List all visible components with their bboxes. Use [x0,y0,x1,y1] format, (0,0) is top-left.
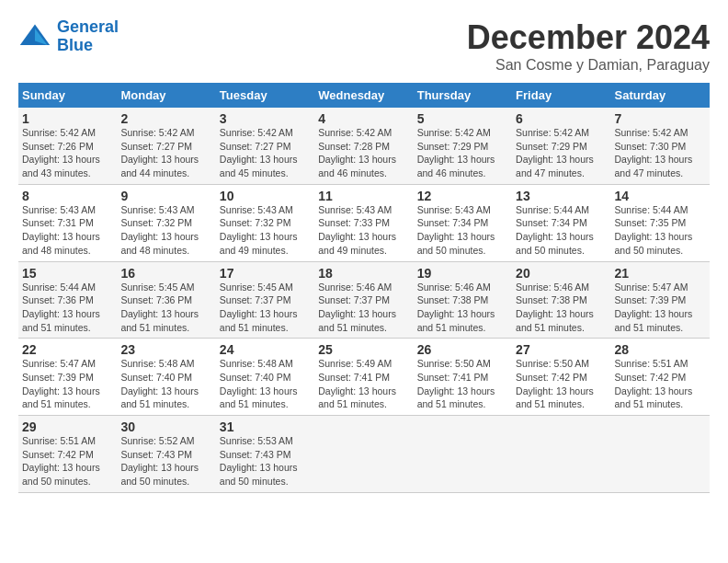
day-info: Sunrise: 5:42 AMSunset: 7:29 PMDaylight:… [516,127,594,178]
day-cell: 10 Sunrise: 5:43 AMSunset: 7:32 PMDaylig… [216,184,314,261]
main-title: December 2024 [467,18,710,57]
day-number: 20 [516,266,607,281]
header-saturday: Saturday [611,83,710,108]
day-info: Sunrise: 5:42 AMSunset: 7:29 PMDaylight:… [417,127,495,178]
header-monday: Monday [117,83,215,108]
day-info: Sunrise: 5:50 AMSunset: 7:41 PMDaylight:… [417,358,495,409]
day-info: Sunrise: 5:43 AMSunset: 7:34 PMDaylight:… [417,204,495,256]
day-number: 28 [615,342,706,357]
day-cell: 26 Sunrise: 5:50 AMSunset: 7:41 PMDaylig… [414,339,512,416]
day-info: Sunrise: 5:46 AMSunset: 7:38 PMDaylight:… [516,282,594,333]
header-wednesday: Wednesday [314,83,413,108]
logo: General Blue [18,18,119,55]
week-row-2: 8 Sunrise: 5:43 AMSunset: 7:31 PMDayligh… [18,184,710,261]
day-cell: 13 Sunrise: 5:44 AMSunset: 7:34 PMDaylig… [512,184,610,261]
day-cell: 20 Sunrise: 5:46 AMSunset: 7:38 PMDaylig… [512,261,610,339]
day-info: Sunrise: 5:47 AMSunset: 7:39 PMDaylight:… [615,282,693,333]
day-number: 5 [417,111,508,126]
day-cell: 9 Sunrise: 5:43 AMSunset: 7:32 PMDayligh… [117,184,215,261]
day-cell: 8 Sunrise: 5:43 AMSunset: 7:31 PMDayligh… [18,184,117,261]
day-info: Sunrise: 5:51 AMSunset: 7:42 PMDaylight:… [22,435,100,487]
day-number: 3 [220,111,311,126]
day-number: 21 [615,266,706,281]
day-number: 12 [417,189,508,203]
logo-general: General [57,17,119,36]
day-cell: 31 Sunrise: 5:53 AMSunset: 7:43 PMDaylig… [216,416,314,493]
day-info: Sunrise: 5:44 AMSunset: 7:34 PMDaylight:… [516,204,594,256]
day-number: 10 [220,189,311,203]
day-number: 19 [417,266,508,281]
day-cell: 7 Sunrise: 5:42 AMSunset: 7:30 PMDayligh… [611,108,710,184]
day-cell: 28 Sunrise: 5:51 AMSunset: 7:42 PMDaylig… [611,339,710,416]
day-cell [512,416,610,493]
day-info: Sunrise: 5:42 AMSunset: 7:28 PMDaylight:… [318,127,396,178]
day-number: 17 [220,266,311,281]
day-cell: 19 Sunrise: 5:46 AMSunset: 7:38 PMDaylig… [414,261,512,339]
subtitle: San Cosme y Damian, Paraguay [467,57,710,74]
day-info: Sunrise: 5:50 AMSunset: 7:42 PMDaylight:… [516,358,594,409]
day-number: 13 [516,189,607,203]
day-info: Sunrise: 5:42 AMSunset: 7:27 PMDaylight:… [120,127,199,178]
day-number: 26 [417,342,508,357]
day-info: Sunrise: 5:43 AMSunset: 7:33 PMDaylight:… [318,204,396,256]
day-number: 14 [615,189,706,203]
day-cell: 14 Sunrise: 5:44 AMSunset: 7:35 PMDaylig… [611,184,710,261]
week-row-1: 1 Sunrise: 5:42 AMSunset: 7:26 PMDayligh… [18,108,710,184]
day-info: Sunrise: 5:42 AMSunset: 7:26 PMDaylight:… [22,127,100,178]
day-number: 24 [220,342,311,357]
logo-blue: Blue [57,36,93,54]
day-info: Sunrise: 5:47 AMSunset: 7:39 PMDaylight:… [22,358,100,409]
day-cell: 25 Sunrise: 5:49 AMSunset: 7:41 PMDaylig… [314,339,413,416]
day-number: 23 [120,342,211,357]
day-number: 25 [318,342,409,357]
day-cell: 21 Sunrise: 5:47 AMSunset: 7:39 PMDaylig… [611,261,710,339]
day-cell [611,416,710,493]
day-info: Sunrise: 5:49 AMSunset: 7:41 PMDaylight:… [318,358,396,409]
day-info: Sunrise: 5:43 AMSunset: 7:31 PMDaylight:… [22,204,100,256]
logo-text: General Blue [57,18,119,55]
day-info: Sunrise: 5:52 AMSunset: 7:43 PMDaylight:… [120,435,199,487]
header-friday: Friday [512,83,610,108]
day-number: 7 [615,111,706,126]
calendar-table: SundayMondayTuesdayWednesdayThursdayFrid… [18,83,710,493]
day-cell: 2 Sunrise: 5:42 AMSunset: 7:27 PMDayligh… [117,108,215,184]
day-number: 31 [220,419,311,434]
day-info: Sunrise: 5:42 AMSunset: 7:27 PMDaylight:… [220,127,298,178]
day-number: 1 [22,111,113,126]
day-cell: 16 Sunrise: 5:45 AMSunset: 7:36 PMDaylig… [117,261,215,339]
day-cell: 24 Sunrise: 5:48 AMSunset: 7:40 PMDaylig… [216,339,314,416]
day-info: Sunrise: 5:43 AMSunset: 7:32 PMDaylight:… [120,204,199,256]
day-info: Sunrise: 5:53 AMSunset: 7:43 PMDaylight:… [220,435,298,487]
day-info: Sunrise: 5:46 AMSunset: 7:37 PMDaylight:… [318,282,396,333]
day-number: 8 [22,189,113,203]
day-cell: 18 Sunrise: 5:46 AMSunset: 7:37 PMDaylig… [314,261,413,339]
day-info: Sunrise: 5:42 AMSunset: 7:30 PMDaylight:… [615,127,693,178]
day-number: 15 [22,266,113,281]
day-info: Sunrise: 5:44 AMSunset: 7:36 PMDaylight:… [22,282,100,333]
week-row-5: 29 Sunrise: 5:51 AMSunset: 7:42 PMDaylig… [18,416,710,493]
day-info: Sunrise: 5:46 AMSunset: 7:38 PMDaylight:… [417,282,495,333]
calendar-header: SundayMondayTuesdayWednesdayThursdayFrid… [18,83,710,108]
day-cell: 1 Sunrise: 5:42 AMSunset: 7:26 PMDayligh… [18,108,117,184]
day-number: 27 [516,342,607,357]
day-number: 4 [318,111,409,126]
day-cell: 4 Sunrise: 5:42 AMSunset: 7:28 PMDayligh… [314,108,413,184]
day-cell: 6 Sunrise: 5:42 AMSunset: 7:29 PMDayligh… [512,108,610,184]
week-row-3: 15 Sunrise: 5:44 AMSunset: 7:36 PMDaylig… [18,261,710,339]
day-cell: 27 Sunrise: 5:50 AMSunset: 7:42 PMDaylig… [512,339,610,416]
day-info: Sunrise: 5:48 AMSunset: 7:40 PMDaylight:… [120,358,199,409]
day-info: Sunrise: 5:44 AMSunset: 7:35 PMDaylight:… [615,204,693,256]
day-cell: 5 Sunrise: 5:42 AMSunset: 7:29 PMDayligh… [414,108,512,184]
week-row-4: 22 Sunrise: 5:47 AMSunset: 7:39 PMDaylig… [18,339,710,416]
day-info: Sunrise: 5:43 AMSunset: 7:32 PMDaylight:… [220,204,298,256]
day-number: 22 [22,342,113,357]
day-cell [414,416,512,493]
day-number: 30 [120,419,211,434]
day-cell: 3 Sunrise: 5:42 AMSunset: 7:27 PMDayligh… [216,108,314,184]
day-cell: 30 Sunrise: 5:52 AMSunset: 7:43 PMDaylig… [117,416,215,493]
day-cell: 11 Sunrise: 5:43 AMSunset: 7:33 PMDaylig… [314,184,413,261]
day-info: Sunrise: 5:45 AMSunset: 7:36 PMDaylight:… [120,282,199,333]
header-sunday: Sunday [18,83,117,108]
header-thursday: Thursday [414,83,512,108]
day-info: Sunrise: 5:48 AMSunset: 7:40 PMDaylight:… [220,358,298,409]
